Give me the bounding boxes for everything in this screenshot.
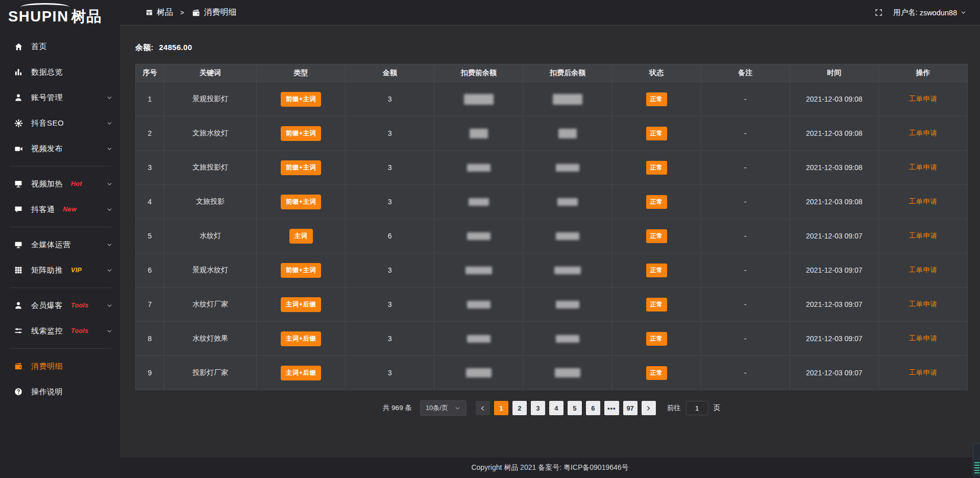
sidebar-item-douketong[interactable]: 抖客通New [0, 197, 120, 222]
cell-time: 2021-12-03 09:07 [790, 288, 878, 322]
fullscreen-icon[interactable] [874, 8, 883, 17]
sidebar-item-label: 首页 [31, 42, 47, 52]
page-button-97[interactable]: 97 [623, 401, 638, 415]
ticket-apply-link[interactable]: 工单申请 [909, 232, 937, 240]
user-dropdown[interactable]: 用户名: zswodun88 [893, 8, 967, 17]
cell-action: 工单申请 [878, 116, 967, 151]
sidebar-item-member-burst[interactable]: 会员爆客Tools [0, 293, 120, 318]
cell-amount: 3 [346, 356, 434, 390]
sidebar-item-video-heat[interactable]: 视频加热Hot [0, 171, 120, 197]
cell-type: 主词+后缀 [257, 322, 346, 356]
status-badge: 正常 [646, 92, 667, 106]
cell-type: 前缀+主词 [257, 185, 346, 219]
ticket-apply-link[interactable]: 工单申请 [909, 198, 937, 205]
page-size-select[interactable]: 10条/页 [420, 400, 467, 416]
sidebar-item-home[interactable]: 首页 [0, 34, 120, 59]
type-badge: 主词+后缀 [281, 366, 322, 380]
ticket-apply-link[interactable]: 工单申请 [909, 129, 937, 137]
breadcrumb-item-current[interactable]: 消费明细 [191, 7, 237, 18]
sidebar-item-consume-detail[interactable]: 消费明细 [0, 353, 120, 379]
masked-balance-before [470, 129, 488, 138]
breadcrumb-label: 消费明细 [204, 7, 237, 18]
table-row: 8水纹灯效果主词+后缀3正常-2021-12-03 09:07工单申请 [136, 322, 968, 356]
sidebar-item-label: 线索监控 [31, 326, 63, 336]
ticket-apply-link[interactable]: 工单申请 [909, 266, 937, 274]
sidebar-item-video-publish[interactable]: 视频发布 [0, 136, 120, 161]
cell-index: 8 [136, 322, 164, 356]
breadcrumb-separator: > [180, 9, 184, 16]
table-row: 3文旅投影灯前缀+主词3正常-2021-12-03 09:08工单申请 [136, 151, 968, 185]
sidebar-item-data-overview[interactable]: 数据总览 [0, 59, 120, 85]
type-badge: 前缀+主词 [281, 160, 322, 175]
floating-widget[interactable] [973, 443, 980, 476]
cell-remark: - [701, 151, 790, 185]
page-button-4[interactable]: 4 [549, 401, 564, 415]
cell-keyword: 景观水纹灯 [164, 253, 257, 288]
page-button-3[interactable]: 3 [531, 401, 545, 415]
column-header: 扣费前余额 [434, 64, 523, 82]
next-page-button[interactable] [642, 401, 656, 415]
masked-balance-after [556, 301, 579, 308]
column-header: 金额 [346, 64, 434, 82]
masked-balance-after [554, 267, 581, 274]
user-icon [13, 92, 23, 103]
breadcrumb-item-home[interactable]: 树品 [145, 7, 173, 18]
cell-action: 工单申请 [878, 322, 967, 356]
chart-icon [13, 67, 23, 77]
ticket-apply-link[interactable]: 工单申请 [909, 334, 937, 342]
ticket-apply-link[interactable]: 工单申请 [909, 300, 937, 308]
type-badge: 主词+后缀 [281, 297, 322, 312]
main-column: 树品 > 消费明细 用户名: zswodun88 余额: 24856.00 序号… [120, 0, 980, 478]
page-button-2[interactable]: 2 [512, 401, 527, 415]
page-buttons: 123456•••97 [476, 401, 656, 415]
sidebar-item-douyin-seo[interactable]: 抖音SEO [0, 110, 120, 136]
cell-status: 正常 [612, 356, 701, 390]
ticket-apply-link[interactable]: 工单申请 [909, 163, 937, 171]
topbar-right: 用户名: zswodun88 [874, 8, 967, 17]
goto-page-input[interactable] [686, 401, 708, 415]
type-badge: 前缀+主词 [281, 126, 322, 141]
chevron-down-icon [960, 9, 967, 16]
sidebar-divider [10, 288, 111, 288]
cell-balance-before [434, 116, 523, 151]
balance-value: 24856.00 [159, 43, 192, 52]
ticket-apply-link[interactable]: 工单申请 [909, 369, 937, 376]
status-badge: 正常 [646, 229, 667, 243]
page-button-6[interactable]: 6 [586, 401, 600, 415]
sidebar-item-clue-monitor[interactable]: 线索监控Tools [0, 318, 120, 344]
cell-type: 前缀+主词 [257, 253, 346, 288]
cell-balance-after [523, 151, 612, 185]
sidebar-item-badge: New [63, 206, 77, 213]
masked-balance-before [469, 198, 489, 206]
column-header: 类型 [257, 64, 346, 82]
sidebar-item-operation-guide[interactable]: 操作说明 [0, 379, 120, 404]
status-badge: 正常 [646, 298, 667, 312]
cell-balance-after [523, 82, 612, 116]
ticket-apply-link[interactable]: 工单申请 [909, 95, 937, 103]
cell-amount: 3 [346, 116, 434, 151]
sidebar-item-account-manage[interactable]: 账号管理 [0, 85, 120, 110]
sidebar-item-matrix-boost[interactable]: 矩阵助推VIP [0, 257, 120, 283]
cell-action: 工单申请 [878, 151, 967, 185]
screen-icon [13, 179, 23, 189]
page-button-5[interactable]: 5 [568, 401, 582, 415]
cell-action: 工单申请 [878, 288, 967, 322]
status-badge: 正常 [646, 366, 667, 380]
brand-logo: SHUPIN树品 [0, 0, 120, 29]
cell-action: 工单申请 [878, 82, 967, 116]
type-badge: 前缀+主词 [281, 263, 322, 278]
cell-time: 2021-12-03 09:07 [790, 322, 878, 356]
cell-keyword: 水纹灯效果 [164, 322, 257, 356]
status-badge: 正常 [646, 332, 667, 346]
balance: 余额: 24856.00 [135, 43, 968, 53]
sidebar-item-media-operation[interactable]: 全媒体运营 [0, 232, 120, 257]
cell-status: 正常 [612, 253, 701, 288]
ellipsis-page-button[interactable]: ••• [604, 401, 619, 415]
cell-remark: - [701, 356, 790, 390]
page-button-1[interactable]: 1 [494, 401, 508, 415]
cell-balance-before [434, 253, 523, 288]
prev-page-button[interactable] [476, 401, 490, 415]
username-label: 用户名: [893, 8, 918, 17]
cell-keyword: 文旅投影 [164, 185, 257, 219]
cell-keyword: 景观投影灯 [164, 82, 257, 116]
